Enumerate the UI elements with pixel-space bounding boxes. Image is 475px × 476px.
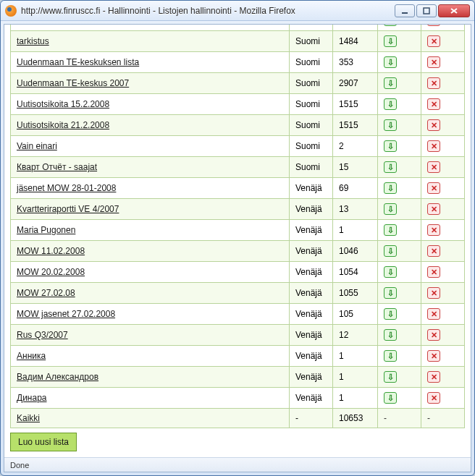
- delete-icon[interactable]: [427, 308, 440, 320]
- list-name-link[interactable]: Кварт Отчёт - saajat: [17, 162, 97, 172]
- list-name-link[interactable]: MOW 27.02.08: [17, 288, 75, 298]
- download-icon[interactable]: [384, 371, 397, 383]
- maximize-button[interactable]: [416, 4, 437, 17]
- list-name-cell: tarkistus: [11, 25, 290, 31]
- download-cell: [378, 136, 421, 157]
- list-name-cell: Kvartteriraportti VE 4/2007: [11, 199, 290, 220]
- list-lang-cell: Suomi: [290, 31, 333, 52]
- table-row: tarkistusSuomi1484: [11, 25, 465, 31]
- download-icon[interactable]: [384, 203, 397, 215]
- list-count-cell: 1: [333, 367, 378, 388]
- delete-icon[interactable]: [427, 161, 440, 173]
- list-count-cell: 105: [333, 304, 378, 325]
- download-icon[interactable]: [384, 308, 397, 320]
- delete-cell: [421, 220, 465, 241]
- delete-icon[interactable]: [427, 350, 440, 362]
- list-name-link[interactable]: Динара: [17, 393, 46, 403]
- download-icon[interactable]: [384, 266, 397, 278]
- delete-icon[interactable]: [427, 371, 440, 383]
- lists-table: tarkistusSuomi1484tarkistusSuomi1484Uude…: [10, 25, 465, 428]
- download-icon[interactable]: [384, 140, 397, 152]
- download-cell: [378, 346, 421, 367]
- download-cell: [378, 73, 421, 94]
- content-frame: tarkistusSuomi1484tarkistusSuomi1484Uude…: [4, 24, 471, 472]
- list-name-link[interactable]: Uudenmaan TE-keskus 2007: [17, 78, 129, 88]
- close-button[interactable]: [438, 4, 470, 17]
- delete-cell: [421, 241, 465, 262]
- delete-icon[interactable]: [427, 182, 440, 194]
- download-icon[interactable]: [384, 392, 397, 404]
- delete-icon[interactable]: [427, 140, 440, 152]
- delete-icon[interactable]: [427, 329, 440, 341]
- download-icon[interactable]: [384, 56, 397, 68]
- download-icon[interactable]: [384, 98, 397, 110]
- download-icon[interactable]: [384, 329, 397, 341]
- download-cell: [378, 241, 421, 262]
- delete-icon[interactable]: [427, 266, 440, 278]
- list-count-cell: 1: [333, 388, 378, 409]
- delete-icon[interactable]: [427, 98, 440, 110]
- list-name-cell: Vain einari: [11, 136, 290, 157]
- download-icon[interactable]: [384, 161, 397, 173]
- delete-cell: [421, 346, 465, 367]
- delete-icon[interactable]: [427, 245, 440, 257]
- window-title: http://www.finruscc.fi - Hallinnointi - …: [21, 6, 395, 16]
- download-icon[interactable]: [384, 35, 397, 47]
- list-name-link[interactable]: Uudenmaan TE-keskuksen lista: [17, 57, 139, 67]
- statusbar: Done: [4, 457, 471, 472]
- download-icon[interactable]: [384, 287, 397, 299]
- download-icon[interactable]: [384, 119, 397, 131]
- list-count-cell: 1055: [333, 283, 378, 304]
- list-name-link[interactable]: Rus Q3/2007: [17, 330, 68, 340]
- download-icon[interactable]: [384, 25, 397, 26]
- list-name-link[interactable]: MOW 20.02.2008: [17, 267, 85, 277]
- delete-icon[interactable]: [427, 287, 440, 299]
- list-count-cell: 12: [333, 325, 378, 346]
- list-count-cell: 1: [333, 346, 378, 367]
- download-icon[interactable]: [384, 77, 397, 89]
- list-name-link[interactable]: Kaikki: [17, 413, 40, 423]
- download-icon[interactable]: [384, 245, 397, 257]
- list-name-link[interactable]: MOW 11.02.2008: [17, 246, 85, 256]
- delete-icon[interactable]: [427, 77, 440, 89]
- list-name-link[interactable]: Анника: [17, 351, 46, 361]
- delete-icon[interactable]: [427, 56, 440, 68]
- delete-icon[interactable]: [427, 35, 440, 47]
- delete-cell: [421, 94, 465, 115]
- create-list-button[interactable]: Luo uusi lista: [10, 433, 77, 451]
- list-name-link[interactable]: MOW jasenet 27.02.2008: [17, 309, 115, 319]
- list-lang-cell: Venäjä: [290, 388, 333, 409]
- download-cell: [378, 31, 421, 52]
- list-lang-cell: Venäjä: [290, 220, 333, 241]
- list-name-link[interactable]: tarkistus: [17, 36, 49, 46]
- delete-icon[interactable]: [427, 119, 440, 131]
- scroll-area[interactable]: tarkistusSuomi1484tarkistusSuomi1484Uude…: [4, 25, 471, 457]
- download-icon[interactable]: [384, 182, 397, 194]
- table-row: Uudenmaan TE-keskuksen listaSuomi353: [11, 52, 465, 73]
- list-name-link[interactable]: jäsenet MOW 28-01-2008: [17, 183, 116, 193]
- list-name-link[interactable]: Maria Pugonen: [17, 225, 75, 235]
- list-lang-cell: Venäjä: [290, 199, 333, 220]
- list-name-link[interactable]: tarkistus: [17, 25, 49, 25]
- download-icon[interactable]: [384, 350, 397, 362]
- download-cell: [378, 25, 421, 31]
- list-name-cell: tarkistus: [11, 31, 290, 52]
- delete-cell: [421, 367, 465, 388]
- list-name-link[interactable]: Vain einari: [17, 141, 57, 151]
- table-row: Kaikki-10653--: [11, 409, 465, 428]
- delete-icon[interactable]: [427, 203, 440, 215]
- download-icon[interactable]: [384, 224, 397, 236]
- list-name-link[interactable]: Kvartteriraportti VE 4/2007: [17, 204, 119, 214]
- list-name-link[interactable]: Вадим Александров: [17, 372, 98, 382]
- minimize-button[interactable]: [395, 4, 415, 17]
- delete-icon[interactable]: [427, 392, 440, 404]
- delete-cell: [421, 157, 465, 178]
- browser-window: http://www.finruscc.fi - Hallinnointi - …: [0, 0, 475, 476]
- list-name-link[interactable]: Uutisotsikoita 15.2.2008: [17, 99, 109, 109]
- delete-icon[interactable]: [427, 224, 440, 236]
- list-name-link[interactable]: Uutisotsikoita 21.2.2008: [17, 120, 109, 130]
- titlebar[interactable]: http://www.finruscc.fi - Hallinnointi - …: [1, 1, 474, 21]
- list-count-cell: 1484: [333, 31, 378, 52]
- window-controls: [395, 4, 470, 17]
- delete-icon[interactable]: [427, 25, 440, 26]
